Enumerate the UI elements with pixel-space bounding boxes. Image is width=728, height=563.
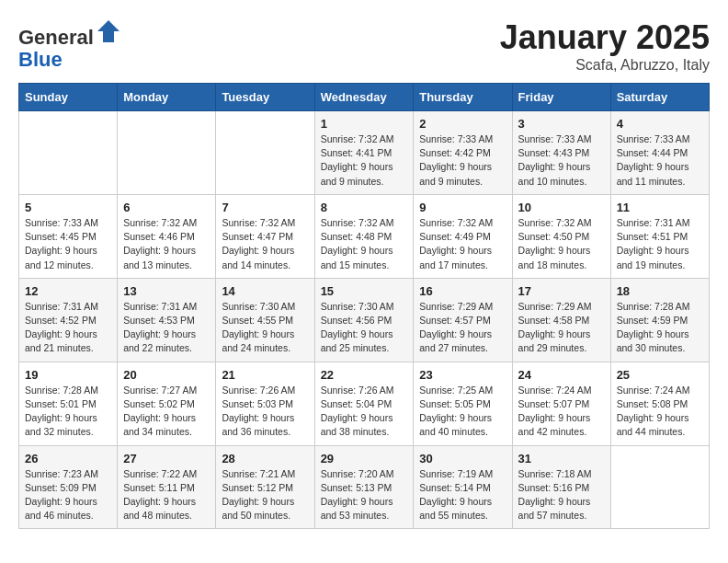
day-info: Sunrise: 7:29 AM Sunset: 4:58 PM Dayligh…	[518, 300, 605, 356]
calendar-cell: 17Sunrise: 7:29 AM Sunset: 4:58 PM Dayli…	[512, 278, 610, 362]
day-info: Sunrise: 7:26 AM Sunset: 5:03 PM Dayligh…	[222, 384, 308, 440]
calendar-cell: 24Sunrise: 7:24 AM Sunset: 5:07 PM Dayli…	[512, 362, 610, 445]
day-info: Sunrise: 7:27 AM Sunset: 5:02 PM Dayligh…	[123, 384, 210, 440]
calendar-cell: 18Sunrise: 7:28 AM Sunset: 4:59 PM Dayli…	[610, 278, 709, 362]
day-number: 8	[321, 201, 408, 214]
col-header-wednesday: Wednesday	[314, 84, 414, 111]
day-info: Sunrise: 7:28 AM Sunset: 5:01 PM Dayligh…	[25, 384, 111, 440]
day-info: Sunrise: 7:31 AM Sunset: 4:53 PM Dayligh…	[123, 300, 210, 356]
calendar-cell: 26Sunrise: 7:23 AM Sunset: 5:09 PM Dayli…	[19, 445, 118, 529]
month-title: January 2025	[500, 18, 710, 57]
calendar-cell: 10Sunrise: 7:32 AM Sunset: 4:50 PM Dayli…	[512, 194, 610, 278]
col-header-sunday: Sunday	[19, 84, 118, 111]
day-number: 9	[419, 201, 506, 214]
calendar-cell: 29Sunrise: 7:20 AM Sunset: 5:13 PM Dayli…	[314, 445, 414, 529]
calendar-cell	[118, 111, 216, 195]
calendar-cell: 20Sunrise: 7:27 AM Sunset: 5:02 PM Dayli…	[118, 362, 216, 445]
calendar-cell: 16Sunrise: 7:29 AM Sunset: 4:57 PM Dayli…	[414, 278, 512, 362]
col-header-tuesday: Tuesday	[216, 84, 314, 111]
day-number: 3	[518, 117, 605, 131]
day-number: 22	[321, 368, 408, 382]
col-header-monday: Monday	[118, 84, 216, 111]
day-info: Sunrise: 7:26 AM Sunset: 5:04 PM Dayligh…	[321, 384, 408, 440]
day-number: 19	[25, 368, 111, 382]
calendar-cell: 13Sunrise: 7:31 AM Sunset: 4:53 PM Dayli…	[118, 278, 216, 362]
calendar-table: SundayMondayTuesdayWednesdayThursdayFrid…	[18, 83, 710, 529]
day-info: Sunrise: 7:33 AM Sunset: 4:44 PM Dayligh…	[617, 132, 703, 189]
calendar-cell: 7Sunrise: 7:32 AM Sunset: 4:47 PM Daylig…	[216, 194, 314, 278]
calendar-cell: 28Sunrise: 7:21 AM Sunset: 5:12 PM Dayli…	[216, 445, 314, 529]
calendar-cell: 2Sunrise: 7:33 AM Sunset: 4:42 PM Daylig…	[414, 111, 512, 195]
calendar-cell: 31Sunrise: 7:18 AM Sunset: 5:16 PM Dayli…	[512, 445, 610, 529]
day-info: Sunrise: 7:32 AM Sunset: 4:46 PM Dayligh…	[123, 216, 210, 272]
calendar-cell: 11Sunrise: 7:31 AM Sunset: 4:51 PM Dayli…	[610, 194, 709, 278]
day-number: 23	[419, 368, 506, 382]
calendar-cell: 15Sunrise: 7:30 AM Sunset: 4:56 PM Dayli…	[314, 278, 414, 362]
day-number: 5	[25, 201, 111, 214]
day-info: Sunrise: 7:33 AM Sunset: 4:43 PM Dayligh…	[518, 132, 605, 189]
calendar-cell: 21Sunrise: 7:26 AM Sunset: 5:03 PM Dayli…	[216, 362, 314, 445]
calendar-cell	[216, 111, 314, 195]
day-number: 28	[222, 452, 308, 465]
calendar-week-row: 12Sunrise: 7:31 AM Sunset: 4:52 PM Dayli…	[19, 278, 710, 362]
day-number: 18	[617, 284, 703, 298]
day-number: 16	[419, 284, 506, 298]
day-number: 15	[321, 284, 408, 298]
logo: General Blue	[18, 18, 121, 71]
day-number: 13	[123, 284, 210, 298]
day-number: 12	[25, 284, 111, 298]
day-number: 14	[222, 284, 308, 298]
day-number: 26	[25, 452, 111, 465]
day-info: Sunrise: 7:32 AM Sunset: 4:47 PM Dayligh…	[222, 216, 308, 272]
day-info: Sunrise: 7:30 AM Sunset: 4:56 PM Dayligh…	[321, 300, 408, 356]
day-number: 31	[518, 452, 605, 465]
calendar-week-row: 1Sunrise: 7:32 AM Sunset: 4:41 PM Daylig…	[19, 111, 710, 195]
calendar-cell	[19, 111, 118, 195]
calendar-cell: 12Sunrise: 7:31 AM Sunset: 4:52 PM Dayli…	[19, 278, 118, 362]
day-number: 11	[617, 201, 703, 214]
day-info: Sunrise: 7:24 AM Sunset: 5:07 PM Dayligh…	[518, 384, 605, 440]
calendar-cell: 1Sunrise: 7:32 AM Sunset: 4:41 PM Daylig…	[314, 111, 414, 195]
day-number: 24	[518, 368, 605, 382]
logo-icon	[96, 18, 121, 44]
calendar-cell: 3Sunrise: 7:33 AM Sunset: 4:43 PM Daylig…	[512, 111, 610, 195]
day-info: Sunrise: 7:33 AM Sunset: 4:42 PM Dayligh…	[419, 132, 506, 189]
calendar-cell	[610, 445, 709, 529]
day-info: Sunrise: 7:30 AM Sunset: 4:55 PM Dayligh…	[222, 300, 308, 356]
calendar-cell: 6Sunrise: 7:32 AM Sunset: 4:46 PM Daylig…	[118, 194, 216, 278]
day-info: Sunrise: 7:33 AM Sunset: 4:45 PM Dayligh…	[25, 216, 111, 272]
day-info: Sunrise: 7:25 AM Sunset: 5:05 PM Dayligh…	[419, 384, 506, 440]
day-info: Sunrise: 7:32 AM Sunset: 4:48 PM Dayligh…	[321, 216, 408, 272]
calendar-week-row: 26Sunrise: 7:23 AM Sunset: 5:09 PM Dayli…	[19, 445, 710, 529]
day-info: Sunrise: 7:23 AM Sunset: 5:09 PM Dayligh…	[25, 467, 111, 523]
day-info: Sunrise: 7:31 AM Sunset: 4:52 PM Dayligh…	[25, 300, 111, 356]
calendar-header-row: SundayMondayTuesdayWednesdayThursdayFrid…	[19, 84, 710, 111]
calendar-cell: 27Sunrise: 7:22 AM Sunset: 5:11 PM Dayli…	[118, 445, 216, 529]
calendar-cell: 4Sunrise: 7:33 AM Sunset: 4:44 PM Daylig…	[610, 111, 709, 195]
svg-marker-0	[97, 20, 119, 42]
day-info: Sunrise: 7:21 AM Sunset: 5:12 PM Dayligh…	[222, 467, 308, 523]
day-number: 25	[617, 368, 703, 382]
day-info: Sunrise: 7:31 AM Sunset: 4:51 PM Dayligh…	[617, 216, 703, 272]
day-number: 17	[518, 284, 605, 298]
calendar-cell: 8Sunrise: 7:32 AM Sunset: 4:48 PM Daylig…	[314, 194, 414, 278]
day-info: Sunrise: 7:20 AM Sunset: 5:13 PM Dayligh…	[321, 467, 408, 523]
calendar-cell: 14Sunrise: 7:30 AM Sunset: 4:55 PM Dayli…	[216, 278, 314, 362]
day-number: 6	[123, 201, 210, 214]
day-info: Sunrise: 7:28 AM Sunset: 4:59 PM Dayligh…	[617, 300, 703, 356]
calendar-cell: 30Sunrise: 7:19 AM Sunset: 5:14 PM Dayli…	[414, 445, 512, 529]
day-number: 20	[123, 368, 210, 382]
day-number: 1	[321, 117, 408, 131]
calendar-cell: 5Sunrise: 7:33 AM Sunset: 4:45 PM Daylig…	[19, 194, 118, 278]
day-number: 10	[518, 201, 605, 214]
day-info: Sunrise: 7:24 AM Sunset: 5:08 PM Dayligh…	[617, 384, 703, 440]
day-info: Sunrise: 7:18 AM Sunset: 5:16 PM Dayligh…	[518, 467, 605, 523]
location: Scafa, Abruzzo, Italy	[500, 57, 710, 74]
day-number: 4	[617, 117, 703, 131]
day-info: Sunrise: 7:19 AM Sunset: 5:14 PM Dayligh…	[419, 467, 506, 523]
day-info: Sunrise: 7:22 AM Sunset: 5:11 PM Dayligh…	[123, 467, 210, 523]
page-header: General Blue January 2025 Scafa, Abruzzo…	[18, 18, 710, 74]
day-number: 27	[123, 452, 210, 465]
day-info: Sunrise: 7:32 AM Sunset: 4:41 PM Dayligh…	[321, 132, 408, 189]
calendar-cell: 25Sunrise: 7:24 AM Sunset: 5:08 PM Dayli…	[610, 362, 709, 445]
